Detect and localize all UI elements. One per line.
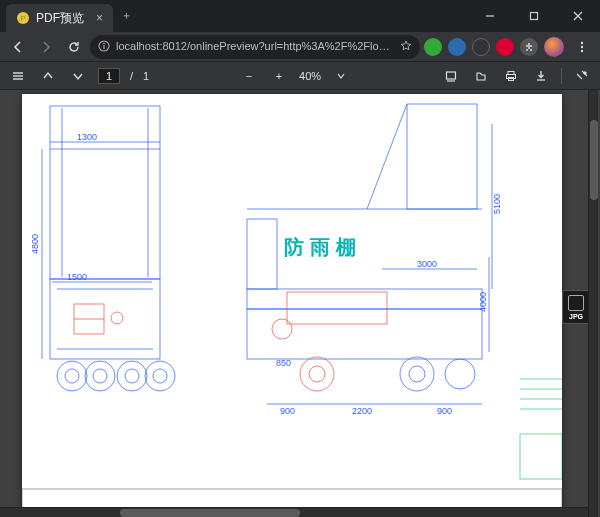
pdf-page-total: 1 [143,70,149,82]
dim-4000: 4000 [478,292,488,312]
svg-point-28 [85,361,115,391]
dim-3000: 3000 [417,259,437,269]
svg-point-48 [409,366,425,382]
vertical-scroll-thumb[interactable] [590,120,598,200]
svg-rect-56 [520,434,562,479]
svg-text:P: P [20,14,25,23]
pdf-page: 1300 4800 1500 防雨棚 5100 3000 4000 850 90… [22,94,562,514]
jpg-label: JPG [569,313,583,320]
svg-point-36 [111,312,123,324]
separator [561,68,562,84]
pdf-viewer[interactable]: 1300 4800 1500 防雨棚 5100 3000 4000 850 90… [0,90,600,517]
url-field[interactable]: localhost:8012/onlinePreview?url=http%3A… [90,35,420,59]
tab-title: PDF预览 [36,10,84,27]
window-maximize-button[interactable] [512,0,556,32]
pdf-presentation-button[interactable] [441,66,461,86]
export-jpg-button[interactable]: JPG [562,290,590,324]
svg-point-49 [445,359,475,389]
extension-icon-2[interactable] [448,38,466,56]
svg-point-45 [300,357,334,391]
browser-tab[interactable]: P PDF预览 × [6,4,113,32]
horizontal-scrollbar[interactable] [0,507,588,517]
url-text: localhost:8012/onlinePreview?url=http%3A… [116,39,394,54]
titlebar-drag-area [140,0,468,32]
browser-menu-button[interactable] [570,35,594,59]
svg-rect-15 [447,72,456,79]
pdf-tools-button[interactable] [572,66,592,86]
svg-point-46 [309,366,325,382]
extension-icon-3[interactable] [472,38,490,56]
svg-point-50 [272,319,292,339]
vertical-scrollbar[interactable] [588,90,598,517]
dim-1300: 1300 [77,132,97,142]
pdf-page-separator: / [130,70,133,82]
pdf-zoom-out-button[interactable]: − [239,66,259,86]
svg-point-29 [93,369,107,383]
dim-850: 850 [276,358,291,368]
profile-avatar[interactable] [544,37,564,57]
chevron-down-icon[interactable] [331,66,351,86]
dim-2200: 2200 [352,406,372,416]
svg-rect-20 [50,106,160,279]
svg-point-11 [581,49,583,51]
svg-point-33 [153,369,167,383]
dim-900b: 900 [437,406,452,416]
svg-point-30 [117,361,147,391]
pdf-print-button[interactable] [501,66,521,86]
extension-icon-1[interactable] [424,38,442,56]
extensions-puzzle-icon[interactable] [520,38,538,56]
svg-rect-40 [247,309,482,359]
close-tab-button[interactable]: × [96,11,103,25]
cad-drawing: 1300 4800 1500 防雨棚 5100 3000 4000 850 90… [22,94,562,514]
bookmark-star-icon[interactable] [400,40,412,54]
pdf-page-up-button[interactable] [38,66,58,86]
svg-point-8 [103,42,105,44]
window-minimize-button[interactable] [468,0,512,32]
svg-point-9 [581,41,583,43]
svg-point-32 [145,361,175,391]
nav-back-button[interactable] [6,35,30,59]
drawing-label: 防雨棚 [284,236,362,258]
svg-point-27 [65,369,79,383]
pdf-download-button[interactable] [531,66,551,86]
svg-point-47 [400,357,434,391]
pdf-zoom-in-button[interactable]: + [269,66,289,86]
dim-5100: 5100 [492,194,502,214]
dim-900a: 900 [280,406,295,416]
extension-icon-4[interactable] [496,38,514,56]
window-close-button[interactable] [556,0,600,32]
pdf-sidebar-toggle-button[interactable] [8,66,28,86]
svg-rect-51 [287,292,387,324]
pdf-favicon-icon: P [16,11,30,25]
dim-1500: 1500 [67,272,87,282]
svg-point-26 [57,361,87,391]
svg-rect-42 [247,219,277,289]
new-tab-button[interactable]: ＋ [113,0,140,32]
site-info-icon[interactable] [98,40,110,54]
svg-line-44 [367,104,407,209]
pdf-page-current-input[interactable] [98,68,120,84]
dim-4800: 4800 [30,234,40,254]
svg-rect-3 [531,13,538,20]
pdf-zoom-value[interactable]: 40% [299,70,321,82]
pdf-page-down-button[interactable] [68,66,88,86]
svg-point-31 [125,369,139,383]
nav-forward-button[interactable] [34,35,58,59]
horizontal-scroll-thumb[interactable] [120,509,300,517]
nav-reload-button[interactable] [62,35,86,59]
pdf-open-button[interactable] [471,66,491,86]
svg-rect-19 [50,279,160,359]
svg-point-10 [581,45,583,47]
